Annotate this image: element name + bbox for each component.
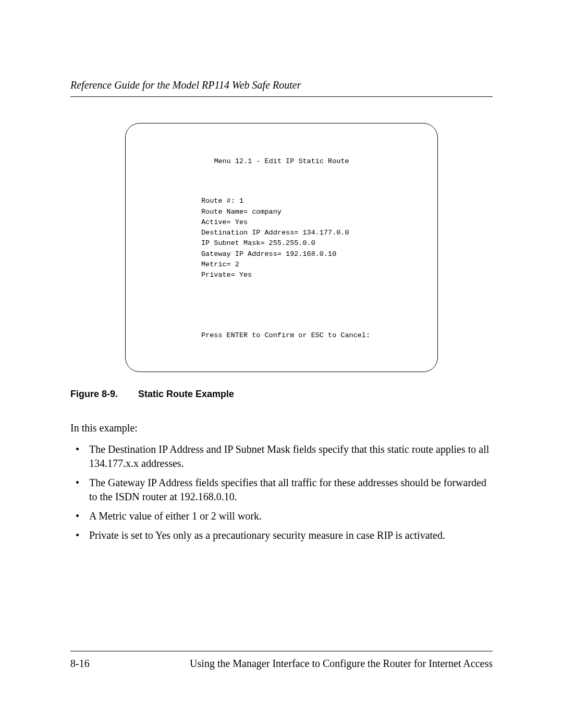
terminal-line: Route Name= company	[201, 208, 282, 216]
page-number: 8-16	[70, 657, 90, 671]
terminal-line: Active= Yes	[201, 218, 248, 226]
terminal-title: Menu 12.1 - Edit IP Static Route	[141, 156, 422, 167]
terminal-line: Metric= 2	[201, 261, 239, 268]
intro-paragraph: In this example:	[70, 421, 493, 435]
list-item: The Destination IP Address and IP Subnet…	[70, 442, 493, 471]
running-header: Reference Guide for the Model RP114 Web …	[70, 78, 493, 92]
terminal-line: Gateway IP Address= 192.168.0.10	[201, 250, 336, 258]
list-item: Private is set to Yes only as a precauti…	[70, 528, 493, 542]
terminal-line: Private= Yes	[201, 271, 252, 279]
page-footer: 8-16 Using the Manager Interface to Conf…	[70, 651, 493, 671]
list-item: A Metric value of either 1 or 2 will wor…	[70, 509, 493, 523]
figure-number: Figure 8-9.	[70, 388, 138, 400]
header-rule	[70, 96, 493, 97]
terminal-line: Route #: 1	[201, 197, 243, 205]
footer-section-title: Using the Manager Interface to Configure…	[190, 657, 493, 671]
list-item: The Gateway IP Address fields specifies …	[70, 476, 493, 504]
terminal-line: Destination IP Address= 134.177.0.0	[201, 229, 349, 237]
terminal-body: Route #: 1 Route Name= company Active= Y…	[201, 196, 422, 280]
terminal-screenshot: Menu 12.1 - Edit IP Static Route Route #…	[125, 123, 438, 372]
page: Reference Guide for the Model RP114 Web …	[0, 0, 563, 728]
terminal-footer: Press ENTER to Confirm or ESC to Cancel:	[201, 330, 422, 341]
terminal-line: IP Subnet Mask= 255.255.0.0	[201, 239, 315, 247]
bullet-list: The Destination IP Address and IP Subnet…	[70, 442, 493, 542]
figure-title: Static Route Example	[138, 389, 234, 399]
figure-caption: Figure 8-9.Static Route Example	[70, 388, 493, 400]
footer-rule	[70, 651, 493, 651]
